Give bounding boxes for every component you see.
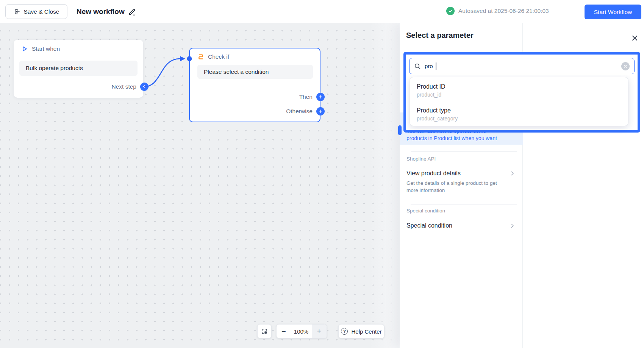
zoom-out-button[interactable]: − — [277, 325, 291, 338]
autosave-check-icon — [446, 7, 455, 15]
start-when-label: Start when — [32, 45, 60, 52]
check-if-header: Check if — [197, 53, 229, 60]
clear-search-icon[interactable] — [621, 62, 630, 70]
add-otherwise-step-button[interactable]: + — [316, 107, 325, 115]
parameter-search-box — [409, 58, 635, 74]
start-workflow-button[interactable]: Start Workflow — [585, 5, 641, 19]
dropdown-item-product-type[interactable]: Product type product_category — [417, 106, 621, 122]
add-then-step-button[interactable]: + — [316, 93, 325, 101]
top-bar: Save & Close New workflow Autosaved at 2… — [0, 0, 644, 23]
workflow-editor: Save & Close New workflow Autosaved at 2… — [0, 0, 644, 348]
autosave-status: Autosaved at 2025-06-26 21:00:03 — [446, 7, 549, 15]
exit-icon — [14, 8, 20, 15]
check-if-node[interactable]: Check if Please select a condition Then … — [189, 48, 320, 122]
chevron-right-icon[interactable] — [510, 223, 515, 228]
autosave-text: Autosaved at 2025-06-26 21:00:03 — [458, 8, 549, 14]
condition-branch-icon — [197, 53, 204, 60]
save-close-label: Save & Close — [24, 8, 59, 15]
question-icon: ? — [341, 328, 348, 335]
selected-item-accent — [398, 125, 402, 135]
check-if-label: Check if — [208, 53, 229, 60]
trigger-value-box[interactable]: Bulk operate products — [19, 61, 138, 76]
text-caret — [436, 62, 436, 70]
then-row: Then + — [299, 93, 325, 101]
parameter-picker-frame: Product ID product_id Product type produ… — [403, 52, 640, 133]
zoom-control: − 100% + — [276, 324, 327, 339]
help-center-button[interactable]: ? Help Center — [338, 324, 385, 339]
chevron-right-icon[interactable] — [510, 171, 515, 176]
close-panel-icon[interactable] — [630, 33, 639, 42]
zoom-level: 100% — [291, 325, 311, 338]
otherwise-row: Otherwise + — [286, 107, 325, 115]
fit-view-button[interactable] — [257, 324, 272, 339]
section-divider — [411, 204, 517, 204]
section-label-shopline-api: Shopline API — [406, 156, 436, 162]
save-close-button[interactable]: Save & Close — [5, 4, 67, 19]
workflow-title: New workflow — [77, 8, 125, 16]
next-step-row: Next step + — [112, 83, 148, 91]
fit-view-icon — [261, 328, 268, 335]
next-step-label: Next step — [112, 83, 136, 90]
then-label: Then — [299, 94, 313, 100]
otherwise-label: Otherwise — [286, 108, 313, 115]
condition-select-box[interactable]: Please select a condition — [197, 65, 313, 79]
parameter-panel: Select a parameter You can use flow to o… — [400, 23, 644, 348]
view-product-details-description: Get the details of a single product to g… — [406, 179, 506, 194]
section-label-special-condition: Special condition — [406, 208, 445, 214]
start-when-header: Start when — [21, 45, 60, 52]
edit-title-icon[interactable] — [128, 8, 137, 17]
play-icon — [21, 45, 28, 52]
parameter-search-input[interactable] — [425, 63, 617, 69]
search-icon — [414, 63, 421, 70]
help-center-label: Help Center — [351, 328, 381, 335]
zoom-in-button[interactable]: + — [312, 325, 327, 338]
start-when-node[interactable]: Start when Bulk operate products Next st… — [14, 40, 143, 98]
search-results-dropdown: Product ID product_id Product type produ… — [410, 77, 628, 126]
dropdown-item-product-id[interactable]: Product ID product_id — [417, 83, 621, 98]
list-item-view-product-details[interactable]: View product details — [406, 170, 461, 177]
add-next-step-button[interactable]: + — [140, 83, 148, 91]
list-item-special-condition[interactable]: Special condition — [406, 222, 452, 229]
section-divider — [411, 151, 517, 152]
